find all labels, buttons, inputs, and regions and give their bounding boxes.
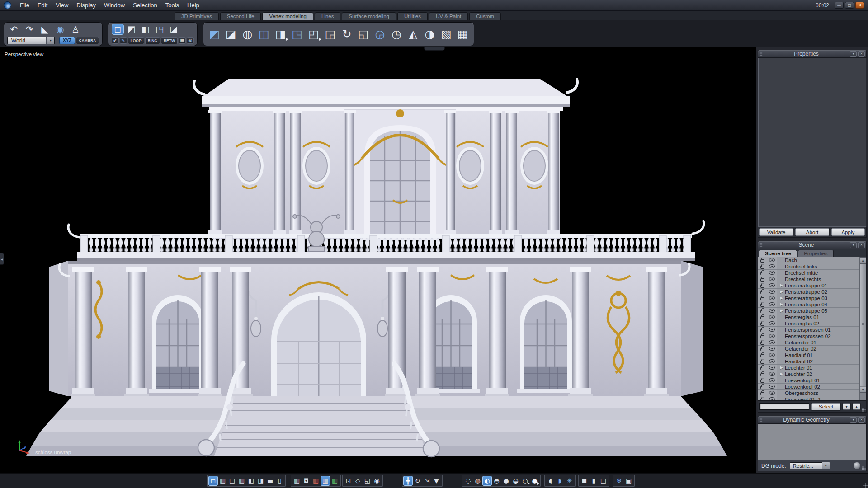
viewport-3d[interactable]: Perspective view ◀ schloss unwrap xyxy=(0,47,756,473)
menu-window[interactable]: Window xyxy=(100,0,129,10)
dg-collapse-button[interactable]: ▾ xyxy=(850,417,857,423)
visibility-eye-icon[interactable] xyxy=(769,290,775,294)
scene-item-gelaender-02[interactable]: Gelaender 02 xyxy=(758,346,859,352)
tab-uv-paint[interactable]: UV & Paint xyxy=(429,12,468,20)
scene-item-handlauf-02[interactable]: Handlauf 02 xyxy=(758,358,859,365)
scene-item-leuchter-02[interactable]: ▶ Leuchter 02 xyxy=(758,371,859,377)
redo-icon[interactable]: ↷ xyxy=(23,24,36,35)
rotate-manipulator-icon[interactable]: ↻ xyxy=(413,476,422,486)
pen-select-icon[interactable]: ✎ xyxy=(120,37,127,44)
select-button[interactable]: Select xyxy=(811,403,840,410)
tool-extrude-surface-icon[interactable]: ◩ xyxy=(207,26,222,42)
lock-icon[interactable] xyxy=(760,304,764,307)
apply-button[interactable]: Apply xyxy=(831,228,865,236)
lock-icon[interactable] xyxy=(760,342,764,345)
scene-item-fenstersprossen-01[interactable]: Fenstersprossen 01 xyxy=(758,327,859,333)
tool-slice-icon[interactable]: ◭ xyxy=(406,26,421,42)
dg-mode-dropdown[interactable]: Restric... xyxy=(790,462,822,469)
drop-tool-icon[interactable]: ▼ xyxy=(432,476,441,486)
tab-surface-modeling[interactable]: Surface modeling xyxy=(342,12,396,20)
select-up-button[interactable]: ▲ xyxy=(853,403,860,410)
mode-edges-icon[interactable]: ◧ xyxy=(140,24,152,35)
lock-icon[interactable] xyxy=(760,399,764,400)
tab-vertex-modeling[interactable]: Vertex modeling xyxy=(262,12,313,20)
layout-quad-icon[interactable]: ▦ xyxy=(218,476,227,486)
lock-icon[interactable] xyxy=(760,291,764,294)
lock-icon[interactable] xyxy=(760,329,764,332)
tool-twist-icon[interactable]: ↻ xyxy=(339,26,354,42)
world-dropdown-arrow[interactable]: ▼ xyxy=(47,37,55,44)
tool-extract-copy-icon[interactable]: ◨ xyxy=(273,26,288,42)
tool-smooth-icon[interactable]: ◍ xyxy=(240,26,255,42)
visibility-eye-icon[interactable] xyxy=(769,258,775,262)
layout-left-main-icon[interactable]: ◧ xyxy=(246,476,256,486)
pattern-select-icon[interactable]: ▩ xyxy=(179,37,186,44)
lock-icon[interactable] xyxy=(760,348,764,351)
ghost-helper-icon[interactable]: ♙ xyxy=(69,24,82,35)
xyz-button[interactable]: XYZ xyxy=(59,37,75,44)
menu-tools[interactable]: Tools xyxy=(161,0,183,10)
menu-display[interactable]: Display xyxy=(72,0,100,10)
layout-two-one-icon[interactable]: ▥ xyxy=(237,476,246,486)
abort-button[interactable]: Abort xyxy=(795,228,829,236)
scene-item-fenstersprossen-02[interactable]: Fenstersprossen 02 xyxy=(758,333,859,339)
tool-tunnel-icon[interactable]: ◫ xyxy=(256,26,272,42)
minimize-button[interactable]: — xyxy=(835,2,844,9)
lock-icon[interactable] xyxy=(760,272,764,275)
scene-item-fensterglas-01[interactable]: Fensterglas 01 xyxy=(758,314,859,320)
lock-icon[interactable] xyxy=(760,323,764,326)
visibility-eye-icon[interactable] xyxy=(769,309,775,313)
scene-item-fensteratrappe-01[interactable]: ▶ Fensteratrappe 01 xyxy=(758,282,859,289)
tool-edit-points-icon[interactable]: ◳ xyxy=(289,26,305,42)
scene-item-gelaender-01[interactable]: Gelaender 01 xyxy=(758,339,859,346)
visibility-eye-icon[interactable] xyxy=(769,347,775,351)
lock-icon[interactable] xyxy=(760,278,764,282)
drag-grip-icon[interactable] xyxy=(760,243,763,247)
sphere-tool-icon[interactable]: ◉ xyxy=(53,24,67,35)
scene-item-fensteratrappe-04[interactable]: ▶ Fensteratrappe 04 xyxy=(758,301,859,308)
scene-item-obergeschoss[interactable]: Obergeschoss xyxy=(758,390,859,396)
lock-icon[interactable] xyxy=(760,310,764,313)
lock-icon[interactable] xyxy=(760,335,764,338)
zoom-region-icon[interactable]: ◱ xyxy=(363,476,372,486)
dg-sphere-icon[interactable] xyxy=(854,462,860,469)
scene-collapse-button[interactable]: ▾ xyxy=(850,242,857,248)
visibility-eye-icon[interactable] xyxy=(769,391,775,395)
visible-select-icon[interactable]: ✔ xyxy=(112,37,119,44)
grid-axes-icon[interactable]: ▦ xyxy=(311,476,321,486)
loop-button[interactable]: LOOP xyxy=(128,37,144,44)
undo-icon[interactable]: ↶ xyxy=(7,24,21,35)
visibility-eye-icon[interactable] xyxy=(769,283,775,287)
maximize-button[interactable]: ▢ xyxy=(845,2,854,9)
lock-icon[interactable] xyxy=(760,354,764,357)
lock-icon[interactable] xyxy=(760,392,764,395)
lock-icon[interactable] xyxy=(760,316,764,319)
visibility-eye-icon[interactable] xyxy=(769,264,775,268)
resize-grip-icon[interactable] xyxy=(862,408,866,412)
center-view-icon[interactable]: ◇ xyxy=(353,476,363,486)
tool-symmetry-icon[interactable]: ▧ xyxy=(439,26,454,42)
scene-header[interactable]: Scene ▾ ✕ xyxy=(758,241,867,249)
validate-button[interactable]: Validate xyxy=(760,228,793,236)
visibility-eye-icon[interactable] xyxy=(769,277,775,281)
flat-shading-icon[interactable]: ◐ xyxy=(482,476,492,486)
tab-3d-primitives[interactable]: 3D Primitives xyxy=(175,12,219,20)
grid-magnet-icon[interactable]: ▦ xyxy=(292,476,302,486)
resize-grip-icon[interactable] xyxy=(862,466,866,470)
layout-rows-icon[interactable]: ▬ xyxy=(265,476,275,486)
lock-icon[interactable] xyxy=(760,380,764,383)
scene-item-drechsel-links[interactable]: Drechsel links xyxy=(758,263,859,270)
mode-faces-icon[interactable]: ◩ xyxy=(126,24,138,35)
look-at-icon[interactable]: ◉ xyxy=(372,476,382,486)
grow-select-icon[interactable]: ◎ xyxy=(187,37,194,44)
visibility-eye-icon[interactable] xyxy=(769,372,775,376)
menu-file[interactable]: File xyxy=(16,0,33,10)
scene-item-fensteratrappe-02[interactable]: ▶ Fensteratrappe 02 xyxy=(758,289,859,295)
lock-icon[interactable] xyxy=(760,361,764,364)
mode-points-icon[interactable]: ◳ xyxy=(154,24,166,35)
lock-points-icon[interactable]: ◘ xyxy=(302,476,311,486)
visibility-eye-icon[interactable] xyxy=(769,302,775,306)
drag-grip-icon[interactable] xyxy=(760,418,763,422)
betw-button[interactable]: BETW xyxy=(161,37,178,44)
bright-shading-icon[interactable]: ● xyxy=(530,476,539,486)
